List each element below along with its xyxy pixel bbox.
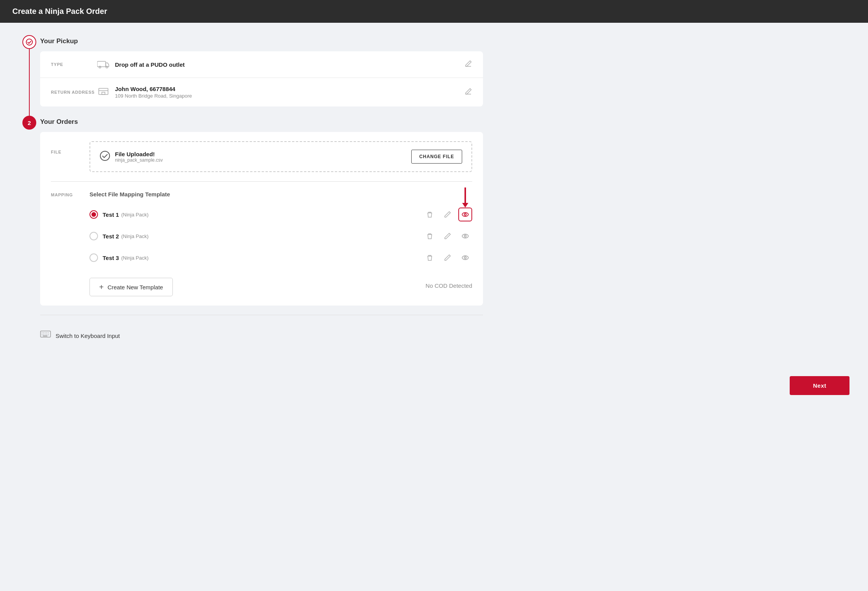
step-line-1 (29, 49, 30, 116)
template-name-2: Test 2 (103, 233, 119, 240)
template-radio-3[interactable] (90, 253, 98, 262)
template-type-1: (Ninja Pack) (121, 212, 149, 218)
section-divider-2 (40, 315, 483, 315)
step2-circle: 2 (22, 116, 36, 130)
truck-icon (97, 59, 110, 70)
return-address-edit-button[interactable] (464, 88, 472, 97)
return-address-row: RETURN ADDRESS John Wood, 66778844 109 N… (40, 78, 483, 106)
svg-rect-4 (99, 88, 108, 95)
keyboard-label[interactable]: Switch to Keyboard Input (56, 333, 120, 339)
type-label: TYPE (51, 62, 97, 67)
step2-container: 2 Your Orders FILE (19, 116, 483, 356)
svg-point-2 (99, 66, 101, 68)
type-edit-button[interactable] (464, 60, 472, 69)
svg-point-10 (462, 234, 468, 238)
arrow-shaft (464, 187, 466, 203)
file-section: FILE File Up (51, 141, 472, 172)
template-actions-1 (423, 208, 472, 221)
building-icon (97, 87, 110, 98)
next-button[interactable]: Next (790, 376, 849, 395)
create-template-label: Create New Template (108, 284, 163, 290)
svg-point-0 (26, 39, 32, 45)
step1-circle (22, 35, 36, 49)
file-info: File Uploaded! ninja_pack_sample.csv (115, 151, 163, 163)
type-value-text: Drop off at a PUDO outlet (115, 61, 464, 68)
step1-indicator (19, 35, 40, 116)
file-content: File Uploaded! ninja_pack_sample.csv CHA… (90, 141, 472, 172)
step1-title: Your Pickup (40, 35, 483, 45)
footer-bar: Next (0, 368, 868, 403)
svg-point-11 (464, 235, 466, 237)
template-actions-2 (423, 229, 472, 243)
return-address-value: John Wood, 66778844 109 North Bridge Roa… (115, 86, 464, 99)
type-row: TYPE Drop off at a PUDO outlet (40, 51, 483, 78)
orders-card: FILE File Up (40, 132, 483, 306)
template-delete-2[interactable] (423, 229, 437, 243)
template-name-1: Test 1 (103, 211, 119, 218)
template-edit-3[interactable] (441, 251, 454, 265)
template-edit-1[interactable] (441, 208, 454, 221)
page-title: Create a Ninja Pack Order (12, 7, 107, 15)
create-template-button[interactable]: + Create New Template (90, 278, 173, 296)
step2-indicator: 2 (19, 116, 40, 356)
template-radio-2[interactable] (90, 232, 98, 240)
page-header: Create a Ninja Pack Order (0, 0, 868, 23)
return-address-label: RETURN ADDRESS (51, 90, 97, 95)
section-divider-1 (51, 181, 472, 182)
template-delete-1[interactable] (423, 208, 437, 221)
keyboard-icon (40, 331, 51, 341)
arrow-annotation (462, 187, 468, 208)
step2-content: Your Orders FILE (40, 116, 483, 356)
file-uploaded-info: File Uploaded! ninja_pack_sample.csv (100, 150, 163, 163)
file-filename: ninja_pack_sample.csv (115, 157, 163, 163)
return-address-name: John Wood, 66778844 (115, 86, 464, 92)
svg-point-7 (100, 151, 110, 160)
plus-icon: + (99, 283, 104, 291)
templates-list: Test 1 (Ninja Pack) (90, 204, 472, 268)
svg-rect-1 (97, 61, 106, 67)
type-value: Drop off at a PUDO outlet (115, 61, 464, 68)
svg-point-9 (464, 214, 466, 216)
file-label: FILE (51, 141, 82, 154)
step1-container: Your Pickup TYPE Drop off at a PUD (19, 35, 483, 116)
keyboard-row: Switch to Keyboard Input (40, 324, 483, 347)
step1-content: Your Pickup TYPE Drop off at a PUD (40, 35, 483, 116)
file-status-text: File Uploaded! (115, 151, 163, 157)
step1-card: TYPE Drop off at a PUDO outlet (40, 51, 483, 106)
eye-highlight-container (458, 208, 472, 221)
template-row-2: Test 2 (Ninja Pack) (90, 225, 472, 247)
svg-point-8 (462, 213, 468, 216)
template-actions-3 (423, 251, 472, 265)
file-check-icon (100, 150, 110, 163)
svg-point-13 (464, 257, 466, 259)
template-view-3[interactable] (458, 251, 472, 265)
mapping-title: Select File Mapping Template (90, 191, 472, 198)
template-type-2: (Ninja Pack) (121, 233, 149, 239)
svg-point-12 (462, 256, 468, 260)
template-delete-3[interactable] (423, 251, 437, 265)
mapping-content: Select File Mapping Template Test 1 (Nin… (90, 191, 472, 296)
svg-rect-6 (102, 92, 105, 95)
mapping-label: MAPPING (51, 191, 82, 197)
template-name-3: Test 3 (103, 255, 119, 261)
template-row-1: Test 1 (Ninja Pack) (90, 204, 472, 225)
step2-title: Your Orders (40, 116, 483, 126)
checkmark-icon (26, 39, 33, 46)
return-address-sub: 109 North Bridge Road, Singapore (115, 93, 464, 99)
template-row-3: Test 3 (Ninja Pack) (90, 247, 472, 268)
mapping-section: MAPPING Select File Mapping Template Tes… (51, 191, 472, 296)
template-view-1-highlighted[interactable] (458, 208, 472, 221)
bottom-row: + Create New Template No COD Detected (90, 275, 472, 296)
arrow-head (462, 203, 468, 208)
template-view-2[interactable] (458, 229, 472, 243)
svg-point-3 (106, 66, 108, 68)
no-cod-text: No COD Detected (426, 282, 472, 289)
file-upload-area: File Uploaded! ninja_pack_sample.csv CHA… (90, 141, 472, 172)
template-radio-1[interactable] (90, 210, 98, 219)
change-file-button[interactable]: CHANGE FILE (411, 150, 462, 164)
step2-number: 2 (28, 120, 31, 126)
template-edit-2[interactable] (441, 229, 454, 243)
template-type-3: (Ninja Pack) (121, 255, 149, 261)
